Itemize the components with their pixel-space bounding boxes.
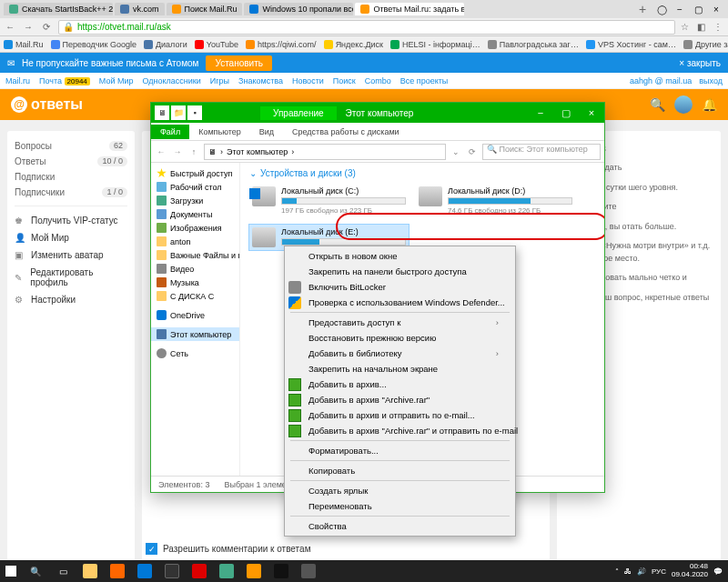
maximize-icon[interactable]: ▢	[690, 2, 706, 16]
browser-tab[interactable]: vk.com	[115, 3, 165, 15]
star-icon[interactable]: ☆	[681, 22, 692, 33]
ctx-open-new-window[interactable]: Открыть в новом окне	[285, 248, 515, 264]
bookmark-item[interactable]: YouTube	[195, 40, 238, 49]
onedrive[interactable]: OneDrive	[151, 308, 239, 322]
drive-c[interactable]: Локальный диск (C:) 197 ГБ свободно из 2…	[249, 184, 409, 217]
menu-link[interactable]: Все проекты	[400, 76, 449, 85]
ctx-add-library[interactable]: Добавить в библиотеку›	[285, 346, 515, 361]
menu-link[interactable]: Одноклассники	[142, 76, 200, 85]
explorer-search[interactable]: 🔍 Поиск: Этот компьютер	[482, 144, 601, 160]
ctx-add-archive[interactable]: Добавить в архив...	[285, 376, 515, 392]
browser-tab[interactable]: Скачать StartIsBack++ 2.9 (Wi…	[4, 3, 113, 15]
sidebar-row[interactable]: Подписчики1 / 0	[15, 185, 127, 200]
allow-comments-row[interactable]: ✓ Разрешить комментарии к ответам	[146, 543, 311, 555]
url-input[interactable]: 🔒 https://otvet.mail.ru/ask	[58, 20, 675, 35]
ctx-copy[interactable]: Копировать	[285, 463, 515, 478]
devices-section[interactable]: ⌄Устройства и диски (3)	[249, 168, 595, 178]
avatar-link[interactable]: ▣Изменить аватар	[15, 246, 127, 264]
bookmark-item[interactable]: HELSI - інформаці…	[390, 40, 480, 49]
ribbon-tab[interactable]: Вид	[250, 125, 283, 139]
ctx-archive-rar-email[interactable]: Добавить в архив "Archive.rar" и отправи…	[285, 423, 515, 438]
bookmark-item[interactable]: Переводчик Google	[51, 40, 136, 49]
minimize-icon[interactable]: −	[528, 103, 553, 123]
menu-link[interactable]: Mail.ru	[5, 76, 30, 85]
ctx-add-archive-rar[interactable]: Добавить в архив "Archive.rar"	[285, 392, 515, 407]
quick-access[interactable]: Быстрый доступ	[151, 166, 239, 180]
menu-link[interactable]: Игры	[210, 76, 229, 85]
close-promo[interactable]: × закрыть	[679, 58, 721, 68]
logout-link[interactable]: выход	[699, 76, 723, 85]
ctx-defender-scan[interactable]: Проверка с использованием Windows Defend…	[285, 295, 515, 310]
browser-tab[interactable]: Поиск Mail.Ru	[167, 3, 243, 15]
bookmark-item[interactable]: VPS Хостинг - сам…	[586, 40, 676, 49]
drive-d[interactable]: Локальный диск (D:) 74,6 ГБ свободно из …	[416, 184, 575, 217]
vip-link[interactable]: ♚Получить VIP-статус	[15, 212, 127, 229]
reload-button[interactable]: ⟳	[40, 21, 53, 34]
browser-tab-active[interactable]: Ответы Mail.ru: задать воп…×	[355, 3, 464, 15]
start-button[interactable]	[0, 560, 22, 582]
taskbar-app[interactable]	[213, 560, 240, 582]
taskbar-app[interactable]	[104, 560, 131, 582]
close-icon[interactable]: ×	[708, 2, 724, 16]
taskbar-app[interactable]	[295, 560, 322, 582]
ctx-format[interactable]: Форматировать...	[285, 443, 515, 458]
task-view-button[interactable]: ▭	[49, 560, 76, 582]
explorer-titlebar[interactable]: 🖥 📁 ▪ Управление Этот компьютер − ▢ ×	[151, 103, 604, 123]
menu-link[interactable]: Новости	[292, 76, 324, 85]
settings-link[interactable]: ⚙Настройки	[15, 291, 127, 308]
ctx-pin-quick-access[interactable]: Закрепить на панели быстрого доступа	[285, 264, 515, 279]
avatar[interactable]	[674, 95, 693, 114]
taskbar-app[interactable]	[186, 560, 213, 582]
ctx-pin-start[interactable]: Закрепить на начальном экране	[285, 361, 515, 376]
taskbar-app[interactable]	[268, 560, 295, 582]
forward-button[interactable]: →	[171, 147, 184, 156]
dropdown-icon[interactable]: ⌄	[450, 147, 462, 156]
close-icon[interactable]: ×	[579, 103, 604, 123]
tray-lang[interactable]: РУС	[652, 567, 666, 576]
tray-network-icon[interactable]: 🖧	[624, 567, 632, 576]
tray-volume-icon[interactable]: 🔊	[637, 567, 646, 576]
side-item[interactable]: Важные Файлы и п	[151, 248, 239, 262]
bookmark-item[interactable]: Диалоги	[144, 40, 187, 49]
menu-link[interactable]: Мой Мир	[99, 76, 134, 85]
otvety-logo[interactable]: ответы	[11, 96, 83, 113]
back-button[interactable]: ←	[4, 21, 16, 34]
forward-button[interactable]: →	[22, 21, 35, 34]
ctx-archive-email[interactable]: Добавить в архив и отправить по e-mail..…	[285, 407, 515, 423]
new-tab-button[interactable]: +	[635, 2, 650, 16]
bookmark-item[interactable]: Павлоградська заг…	[488, 40, 579, 49]
browser-tab[interactable]: Windows 10 пропали все над…	[244, 3, 353, 15]
menu-link[interactable]: Почта 20944	[39, 76, 90, 85]
maximize-icon[interactable]: ▢	[553, 103, 579, 123]
menu-link[interactable]: Поиск	[333, 76, 356, 85]
tray-notifications-icon[interactable]: 💬	[713, 567, 723, 576]
side-item[interactable]: Рабочий стол	[151, 180, 239, 194]
side-item[interactable]: Загрузки	[151, 194, 239, 207]
taskbar-app[interactable]	[131, 560, 158, 582]
manage-tab[interactable]: Управление	[260, 106, 337, 120]
mymir-link[interactable]: 👤Мой Мир	[15, 229, 127, 246]
user-email[interactable]: aahgh @ mail.ua	[630, 76, 692, 85]
this-pc[interactable]: Этот компьютер	[151, 327, 239, 341]
ctx-create-shortcut[interactable]: Создать ярлык	[285, 483, 515, 498]
ctx-restore-version[interactable]: Восстановить прежнюю версию	[285, 330, 515, 346]
file-tab[interactable]: Файл	[151, 125, 189, 139]
side-item[interactable]: С ДИСКА С	[151, 289, 239, 303]
install-button[interactable]: Установить	[206, 55, 272, 71]
minimize-icon[interactable]: −	[672, 2, 688, 16]
taskbar-app[interactable]	[76, 560, 104, 582]
side-item[interactable]: Видео	[151, 262, 239, 276]
ribbon-tab[interactable]: Средства работы с дисками	[283, 125, 409, 139]
sidebar-row[interactable]: Вопросы62	[15, 138, 127, 154]
bookmark-item[interactable]: https://qiwi.com/	[246, 40, 317, 49]
bookmark-item[interactable]: Яндекс.Диск	[324, 40, 383, 49]
ctx-give-access[interactable]: Предоставить доступ к›	[285, 315, 515, 330]
sidebar-row[interactable]: Подписки	[15, 169, 127, 185]
breadcrumb[interactable]: 🖥 › Этот компьютер ›	[204, 144, 446, 160]
ctx-bitlocker[interactable]: Включить BitLocker	[285, 279, 515, 295]
tray-clock[interactable]: 00:48 09.04.2020	[672, 563, 708, 579]
up-button[interactable]: ↑	[187, 147, 200, 156]
account-icon[interactable]: ◯	[653, 2, 670, 16]
menu-link[interactable]: Знакомства	[238, 76, 283, 85]
taskbar-app[interactable]	[240, 560, 268, 582]
